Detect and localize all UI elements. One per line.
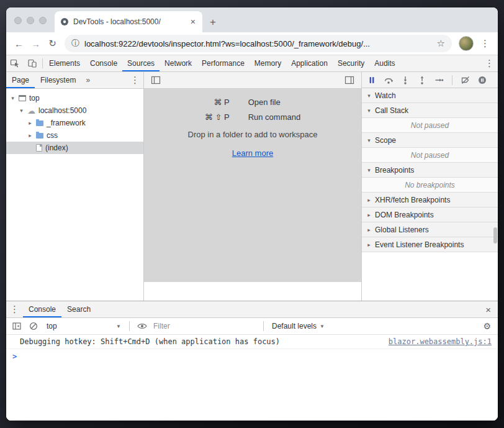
- reload-icon[interactable]: ↻: [44, 38, 61, 49]
- console-filter-input[interactable]: [153, 322, 258, 330]
- section-breakpoints[interactable]: ▾ Breakpoints: [362, 163, 498, 178]
- tab-security[interactable]: Security: [333, 55, 369, 71]
- section-global-listeners[interactable]: ▸ Global Listeners: [362, 222, 498, 237]
- caret-down-icon[interactable]: ▾: [19, 107, 24, 114]
- tree-item-localhost[interactable]: ▾ ☁ localhost:5000: [6, 104, 143, 117]
- section-label: XHR/fetch Breakpoints: [375, 196, 450, 204]
- caret-down-icon[interactable]: ▾: [366, 167, 372, 173]
- caret-down-icon[interactable]: ▾: [366, 137, 372, 143]
- toggle-navigator-icon[interactable]: [147, 72, 164, 88]
- caret-right-icon[interactable]: ▸: [366, 242, 372, 248]
- tree-item-css[interactable]: ▸ css: [6, 129, 143, 142]
- back-icon[interactable]: ←: [11, 39, 27, 49]
- close-window-button[interactable]: [14, 17, 22, 24]
- console-sidebar-icon[interactable]: [11, 318, 23, 334]
- tab-network[interactable]: Network: [160, 55, 197, 71]
- shortcut-hints: ⌘ P Open file ⌘ ⇧ P Run command: [205, 98, 300, 122]
- tab-page[interactable]: Page: [6, 72, 35, 88]
- caret-down-icon[interactable]: ▾: [10, 95, 16, 101]
- tree-item-top[interactable]: ▾ top: [6, 92, 143, 104]
- step-out-icon[interactable]: [417, 75, 427, 85]
- pause-script-icon[interactable]: [367, 75, 377, 85]
- log-levels-selector[interactable]: Default levels ▼: [269, 322, 327, 330]
- tab-drawer-console[interactable]: Console: [23, 301, 61, 317]
- tree-item-label: (index): [45, 143, 68, 152]
- live-expression-eye-icon[interactable]: [135, 318, 149, 334]
- tab-sources[interactable]: Sources: [122, 55, 160, 71]
- device-toolbar-icon[interactable]: [24, 55, 41, 71]
- sources-panel: Page Filesystem » ⋮ ▾ top ▾ ☁: [6, 72, 498, 301]
- page-info-icon[interactable]: ⓘ: [71, 38, 79, 49]
- caret-down-icon[interactable]: ▾: [366, 93, 372, 99]
- pause-on-exceptions-icon[interactable]: [477, 75, 487, 85]
- minimize-window-button[interactable]: [27, 17, 34, 24]
- browser-menu-icon[interactable]: ⋮: [477, 38, 493, 49]
- address-bar[interactable]: ⓘ localhost:9222/devtools/inspector.html…: [65, 35, 452, 52]
- zoom-window-button[interactable]: [39, 17, 47, 24]
- section-label: Scope: [375, 136, 396, 145]
- tab-memory[interactable]: Memory: [250, 55, 286, 71]
- devtools-menu-icon[interactable]: ⋮: [481, 58, 498, 69]
- inspect-element-icon[interactable]: [6, 55, 24, 71]
- section-xhr-breakpoints[interactable]: ▸ XHR/fetch Breakpoints: [362, 193, 498, 207]
- drawer-menu-icon[interactable]: ⋮: [6, 304, 23, 315]
- section-event-listener-breakpoints[interactable]: ▸ Event Listener Breakpoints: [362, 237, 498, 252]
- scrollbar-thumb[interactable]: [493, 227, 497, 244]
- browser-tab[interactable]: DevTools - localhost:5000/ ×: [55, 11, 202, 32]
- caret-right-icon[interactable]: ▸: [27, 132, 33, 139]
- tab-application[interactable]: Application: [286, 55, 333, 71]
- new-tab-button[interactable]: +: [210, 17, 216, 27]
- learn-more-link[interactable]: Learn more: [232, 148, 273, 158]
- shortcut-label: Run command: [248, 112, 301, 122]
- tab-title: DevTools - localhost:5000/: [73, 17, 185, 26]
- step-icon[interactable]: [434, 75, 444, 85]
- clear-console-icon[interactable]: [27, 318, 40, 334]
- caret-right-icon[interactable]: ▸: [27, 120, 33, 126]
- section-call-stack[interactable]: ▾ Call Stack: [362, 103, 498, 118]
- more-tabs-icon[interactable]: »: [81, 76, 94, 84]
- chevron-down-icon: ▼: [320, 324, 325, 329]
- step-over-icon[interactable]: [384, 75, 394, 85]
- forward-icon[interactable]: →: [27, 39, 44, 49]
- close-drawer-icon[interactable]: ×: [479, 304, 498, 315]
- section-scope[interactable]: ▾ Scope: [362, 133, 498, 148]
- bookmark-star-icon[interactable]: ☆: [437, 38, 445, 49]
- profile-avatar[interactable]: [459, 36, 474, 51]
- console-source-link[interactable]: blazor.webassembly.js:1: [389, 337, 492, 346]
- context-label: top: [47, 322, 57, 330]
- console-settings-gear-icon[interactable]: ⚙: [480, 321, 493, 331]
- toggle-debugger-icon[interactable]: [341, 72, 358, 88]
- section-watch[interactable]: ▾ Watch: [362, 88, 498, 103]
- step-into-icon[interactable]: [400, 75, 410, 85]
- devtools-panel: Elements Console Sources Network Perform…: [6, 55, 498, 421]
- console-prompt[interactable]: >: [6, 349, 498, 361]
- tree-item-index[interactable]: (index): [6, 142, 143, 154]
- tab-performance[interactable]: Performance: [197, 55, 250, 71]
- caret-right-icon[interactable]: ▸: [366, 212, 372, 218]
- folder-icon: [36, 121, 43, 126]
- browser-tab-strip: DevTools - localhost:5000/ × +: [6, 7, 498, 32]
- tab-console[interactable]: Console: [85, 55, 122, 71]
- tree-item-label: localhost:5000: [38, 106, 86, 115]
- levels-label: Default levels: [272, 322, 317, 330]
- tab-elements[interactable]: Elements: [44, 55, 85, 71]
- tab-audits[interactable]: Audits: [369, 55, 400, 71]
- caret-right-icon[interactable]: ▸: [366, 227, 372, 233]
- tab-filesystem[interactable]: Filesystem: [35, 72, 81, 88]
- navigator-menu-icon[interactable]: ⋮: [127, 75, 143, 86]
- tree-item-framework[interactable]: ▸ _framework: [6, 117, 143, 129]
- divider: [129, 321, 130, 331]
- divider: [263, 321, 264, 331]
- caret-down-icon[interactable]: ▾: [366, 107, 372, 114]
- console-output: Debugging hotkey: Shift+Cmd+D (when appl…: [6, 335, 498, 421]
- url-text[interactable]: localhost:9222/devtools/inspector.html?w…: [84, 39, 432, 48]
- caret-right-icon[interactable]: ▸: [366, 197, 372, 203]
- tab-drawer-search[interactable]: Search: [61, 301, 96, 317]
- file-tree: ▾ top ▾ ☁ localhost:5000 ▸ _framew: [6, 89, 143, 154]
- execution-context-selector[interactable]: top ▼: [44, 322, 124, 330]
- tab-close-icon[interactable]: ×: [189, 17, 197, 26]
- shortcut-keys: ⌘ P: [214, 98, 229, 107]
- deactivate-breakpoints-icon[interactable]: [461, 75, 470, 85]
- console-message-row: Debugging hotkey: Shift+Cmd+D (when appl…: [6, 335, 498, 349]
- section-dom-breakpoints[interactable]: ▸ DOM Breakpoints: [362, 207, 498, 222]
